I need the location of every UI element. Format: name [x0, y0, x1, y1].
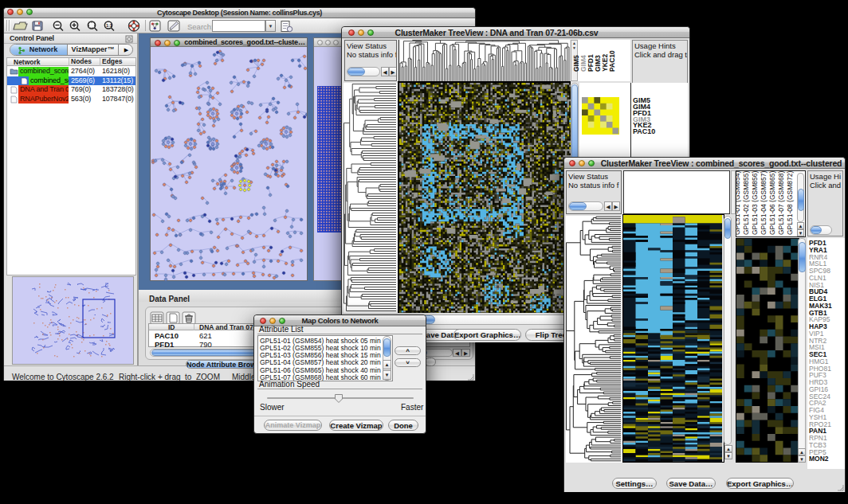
svg-text:1:1: 1:1 [106, 23, 112, 28]
